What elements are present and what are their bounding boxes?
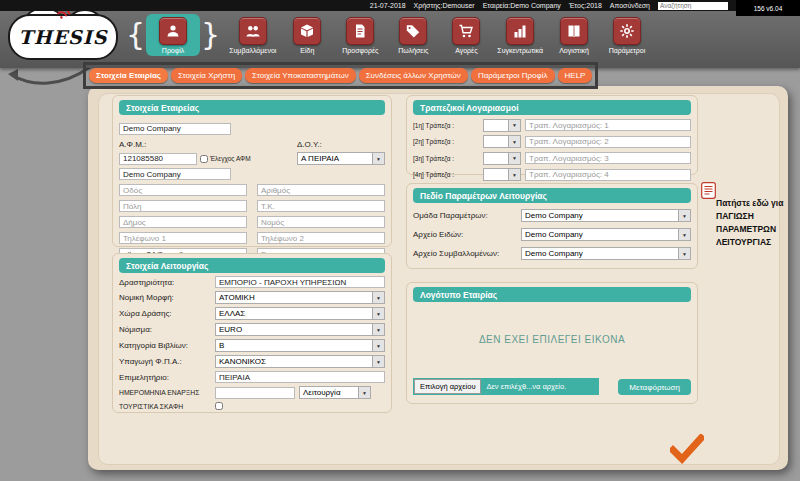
chart-icon [506,17,534,45]
books-category-label: Κατηγορία Βιβλίων: [119,341,211,350]
tab-help[interactable]: HELP [558,68,593,83]
toolbar-item-summaries[interactable]: Συγκεντρωτικά [497,17,543,54]
municipality-input[interactable] [119,216,247,228]
tab-company-info[interactable]: Στοιχεία Εταιρίας [89,68,168,83]
version-badge: 156 v6.04 [736,0,800,16]
currency-select[interactable]: EURO [215,323,385,336]
doy-select[interactable]: Α ΠΕΙΡΑΙΑ [297,152,385,165]
vat-select[interactable]: ΚΑΝΟΝΙΚΟΣ [215,355,385,368]
bank4-select[interactable] [483,168,521,181]
toolbar-item-contractors[interactable]: Συμβαλλόμενοι [229,17,276,54]
choose-file-button[interactable]: Επιλογή αρχείου [414,379,481,394]
items-file-select[interactable]: Demo Company [521,228,691,241]
bank2-account-input[interactable] [525,136,691,148]
afm-check-checkbox[interactable] [200,155,208,163]
bank1-account-input[interactable] [525,119,691,131]
tab-branches[interactable]: Στοιχεία Υποκαταστημάτων [245,68,356,83]
ledger-icon [560,17,588,45]
afm-label: Α.Φ.Μ.: [119,140,197,149]
file-input-strip: Επιλογή αρχείου Δεν επιλέχθ...να αρχείο. [413,378,599,395]
param-group-label: Ομάδα Παραμέτρων: [413,211,517,220]
toolbar-item-purchases[interactable]: Αγορές [444,17,488,54]
bank3-select[interactable] [483,152,521,165]
search-input[interactable] [658,2,728,10]
tab-user-info[interactable]: Στοιχεία Χρήστη [171,68,242,83]
bank4-account-input[interactable] [525,169,691,181]
chamber-label: Επιμελητήριο: [119,373,211,382]
bank4-label: [4η] Τράπεζα : [413,171,479,178]
operation-panel-title: Στοιχεία Λειτουργίας [119,258,385,273]
afm-input[interactable] [119,153,197,165]
start-date-label: ΗΜΕΡΟΜΗΝΙΑ ΕΝΑΡΞΗΣ [119,389,211,396]
prefecture-input[interactable] [257,216,385,228]
toolbar-item-items[interactable]: Είδη [285,17,329,54]
confirm-check-button[interactable] [670,434,704,468]
params-panel-title: Πεδίο Παραμέτρων Λειτουργίας [413,188,691,203]
toolbar-label: Είδη [300,47,314,54]
bank3-label: [3η] Τράπεζα : [413,155,479,162]
street-number-input[interactable] [257,184,385,196]
annotation-line: Πατήστε εδώ για [716,197,794,210]
annotation-line: ΠΑΡΑΜΕΤΡΩΝ [716,223,794,236]
operation-parameters-panel: Πεδίο Παραμέτρων Λειτουργίας Ομάδα Παραμ… [406,183,698,269]
currency-label: Νόμισμα: [119,325,211,334]
toolbar-label: Αγορές [455,47,477,54]
toolbar-item-parameters[interactable]: Παράμετροι [605,17,649,54]
items-file-label: Αρχείο Ειδών: [413,230,517,239]
bank1-select[interactable] [483,119,521,132]
main-toolbar: Προφίλ Συμβαλλόμενοι Είδη Προσφορές [0,11,800,68]
operation-details-panel: Στοιχεία Λειτουργίας Δραστηριότητα: Νομι… [112,253,392,413]
person-icon [159,17,187,45]
street-input[interactable] [119,184,247,196]
country-label: Χώρα Δράσης: [119,309,211,318]
start-date-input[interactable] [215,387,295,399]
main-content: Στοιχεία Εταιρείας Α.Φ.Μ.: Δ.Ο.Υ.: Έλεγχ… [88,86,788,470]
document-icon [346,17,374,45]
profile-tabs: Στοιχεία Εταιρίας Στοιχεία Χρήστη Στοιχε… [83,62,598,89]
company-name-input[interactable] [119,123,231,135]
toolbar-label: Προσφορές [342,47,378,54]
activity-input[interactable] [215,276,385,288]
phone1-input[interactable] [119,232,247,244]
bank-accounts-panel: Τραπεζικοί Λογαριασμοί [1η] Τράπεζα : [2… [406,95,698,175]
tab-profile-parameters[interactable]: Παράμετροι Προφίλ [471,68,555,83]
param-group-select[interactable]: Demo Company [521,209,691,222]
operation-mode-select[interactable]: Λειτουργία [299,386,371,399]
bank2-select[interactable] [483,135,521,148]
toolbar-item-offers[interactable]: Προσφορές [338,17,382,54]
tourist-boats-checkbox[interactable] [215,402,223,410]
upload-button[interactable]: Μεταφόρτωση [618,379,691,395]
bank2-label: [2η] Τράπεζα : [413,138,479,145]
vat-label: Υπαγωγή Φ.Π.Α.: [119,357,211,366]
bank1-label: [1η] Τράπεζα : [413,122,479,129]
country-select[interactable]: ΕΛΛΑΣ [215,307,385,320]
cart-icon [452,17,480,45]
tag-icon [399,17,427,45]
people-icon [239,17,267,45]
app-logo: THESIS [8,14,120,62]
contractors-file-select[interactable]: Demo Company [521,247,691,260]
current-date: 21-07-2018 [370,2,406,9]
toolbar-label: Συμβαλλόμενοι [229,47,276,54]
company-name2-input[interactable] [119,168,231,180]
afm-check-label: Έλεγχος ΑΦΜ [210,155,251,162]
logout-link[interactable]: Αποσύνδεση [610,2,650,9]
toolbar-item-accounting[interactable]: Λογιστική [552,17,596,54]
toolbar-item-profile[interactable]: Προφίλ [146,14,200,56]
zip-input[interactable] [257,200,385,212]
bank3-account-input[interactable] [525,152,691,164]
contractors-file-label: Αρχείο Συμβαλλομένων: [413,249,517,258]
annotation-line: ΠΑΓΙΩΣΗ [716,210,794,223]
legal-form-select[interactable]: ΑΤΟΜΙΚΗ [215,291,385,304]
toolbar-item-sales[interactable]: Πωλήσεις [391,17,435,54]
toolbar-label: Πωλήσεις [398,47,428,54]
city-input[interactable] [119,200,247,212]
pin-parameters-icon[interactable] [701,182,716,203]
tab-other-users-connections[interactable]: Συνδέσεις άλλων Χρηστών [359,68,468,83]
legal-form-label: Νομική Μορφή: [119,293,211,302]
chamber-input[interactable] [215,371,385,383]
phone2-input[interactable] [257,232,385,244]
books-category-select[interactable]: Β [215,339,385,352]
activity-label: Δραστηριότητα: [119,278,211,287]
file-status-text: Δεν επιλέχθ...να αρχείο. [482,382,570,391]
